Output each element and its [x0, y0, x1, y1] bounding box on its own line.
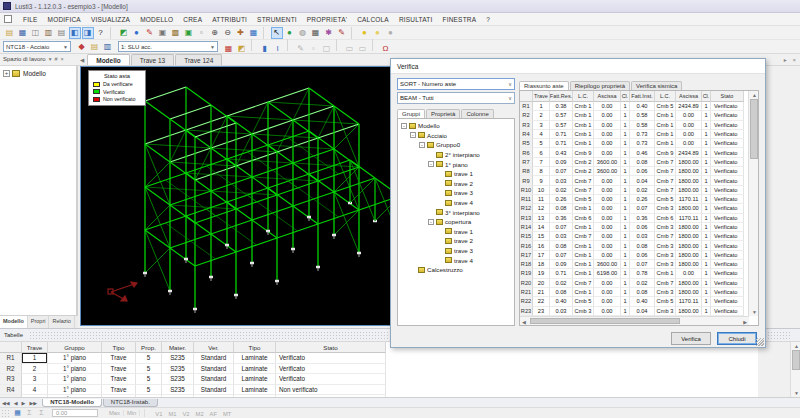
vertical-scrollbar[interactable]: ▲ ▼: [790, 342, 800, 397]
next-sheet-icon[interactable]: ▶: [20, 400, 28, 406]
prev-sheet-icon[interactable]: ◀: [12, 400, 20, 406]
scrollbar-thumb[interactable]: [792, 350, 800, 370]
verify-button[interactable]: Verifica: [671, 332, 711, 345]
menu-item-file[interactable]: FILE: [18, 14, 43, 25]
expand-icon[interactable]: +: [3, 70, 10, 77]
table-row[interactable]: R18180.09Cmb 13600.0010.07Cmb 31800.001V…: [520, 260, 749, 269]
table-row[interactable]: R23230.03Cmb 30.0010.04Cmb 31800.001Veri…: [520, 307, 749, 316]
table-row[interactable]: R880.07Cmb 23600.0010.06Cmb 71800.001Ver…: [520, 167, 749, 176]
table-row[interactable]: R550.71Cmb 10.0010.73Cmb 10.001Verificat…: [520, 139, 749, 148]
scroll-down-icon[interactable]: ▼: [752, 309, 757, 315]
erase-disabled-icon[interactable]: ▫: [308, 42, 320, 54]
workspace-tree-item-modello[interactable]: + Modello: [0, 66, 76, 77]
tab-scroll-right-icon[interactable]: ▸: [784, 57, 787, 63]
view-table-icon[interactable]: ▦: [248, 27, 260, 39]
frame2-disabled-icon[interactable]: ▭: [357, 42, 369, 54]
open-icon[interactable]: ▤: [4, 27, 16, 39]
pan-view-icon[interactable]: ✚: [235, 27, 247, 39]
expand-icon[interactable]: -: [428, 161, 434, 167]
scroll-left-icon[interactable]: ◀: [522, 319, 526, 325]
doc-tab-trave-13[interactable]: Trave 13: [131, 54, 174, 65]
select-arrow-icon[interactable]: ↖: [271, 27, 283, 39]
tree-item-trave-1[interactable]: trave 1: [398, 169, 514, 179]
menu-item-modello[interactable]: MODELLO: [135, 14, 178, 25]
tree-item-trave-2[interactable]: trave 2: [398, 236, 514, 246]
panel-tab-propri[interactable]: Propri: [28, 316, 50, 328]
load-case-combo[interactable]: 1: SLU acc. ▼: [118, 41, 218, 52]
light-on-icon[interactable]: ●: [359, 27, 371, 39]
panel-tab-modello[interactable]: Modello: [0, 316, 28, 328]
button-min[interactable]: Min: [124, 410, 140, 416]
tab-riepilogo-propriet[interactable]: Riepilogo proprietà: [570, 81, 630, 90]
mesh-grid-icon[interactable]: ▦: [310, 27, 322, 39]
combination-edit-icon[interactable]: ◩: [236, 42, 248, 54]
menu-item-finestra[interactable]: FINESTRA: [437, 14, 481, 25]
menu-item-calcola[interactable]: CALCOLA: [352, 14, 394, 25]
tree-item-trave-4[interactable]: trave 4: [398, 198, 514, 208]
zoom-extents-icon[interactable]: ▣: [183, 27, 195, 39]
tab-close-icon[interactable]: ×: [792, 57, 796, 63]
table-row[interactable]: R19190.71Cmb 16198.0010.78Cmb 10.001Veri…: [520, 269, 749, 278]
menu-item-risultati[interactable]: RISULTATI: [394, 14, 438, 25]
sheet-tab-ntc18-instab[interactable]: NTC18-Instab.: [103, 399, 158, 407]
scroll-right-icon[interactable]: ▶: [743, 319, 747, 325]
table-row[interactable]: R770.09Cmb 23600.0010.08Cmb 71800.001Ver…: [520, 158, 749, 167]
toggle-af[interactable]: AF: [210, 411, 217, 417]
dynamic-omega-icon[interactable]: Ω: [380, 42, 392, 54]
zoom-reduce-icon[interactable]: ▫: [196, 27, 208, 39]
value-field[interactable]: 0.00: [52, 409, 98, 417]
selection-grid-icon[interactable]: ▣: [157, 27, 169, 39]
tree-item-3-interpiano[interactable]: 3° interpiano: [398, 207, 514, 217]
menu-item-help[interactable]: ?: [481, 14, 495, 25]
tab-riassunto-aste[interactable]: Riassunto aste: [519, 81, 569, 90]
toggle-m1[interactable]: M1: [168, 411, 176, 417]
check-model-icon[interactable]: ◆: [76, 41, 88, 53]
tree-item-1-piano[interactable]: -1° piano: [398, 159, 514, 169]
table-row[interactable]: R990.03Cmb 70.0010.04Cmb 71800.001Verifi…: [520, 176, 749, 185]
window-split-icon[interactable]: ◧: [69, 27, 81, 39]
toggle-mt[interactable]: MT: [223, 411, 231, 417]
materials-library-icon[interactable]: ▤: [89, 41, 101, 53]
tab-propriet[interactable]: Proprietà: [426, 109, 460, 118]
resize-grip[interactable]: [756, 338, 764, 346]
panel-tab-relazio[interactable]: Relazio: [49, 316, 74, 328]
sort-combo[interactable]: SORT - Numero aste ∨: [397, 78, 515, 90]
tab-gruppi[interactable]: Gruppi: [397, 109, 425, 118]
render-globe-icon[interactable]: ●: [131, 27, 143, 39]
table-row[interactable]: R20200.02Cmb 70.0010.02Cmb 71800.001Veri…: [520, 279, 749, 288]
button-max[interactable]: Max: [106, 410, 124, 416]
tab-colonne[interactable]: Colonne: [461, 109, 493, 118]
toggle-v1[interactable]: V1: [155, 411, 162, 417]
tab-verifica-sismica[interactable]: Verifica sismica: [631, 81, 682, 90]
scroll-up-icon[interactable]: ▲: [752, 92, 757, 98]
expand-icon[interactable]: -: [428, 219, 434, 225]
menu-item-attributi[interactable]: ATTRIBUTI: [207, 14, 252, 25]
model-display-icon[interactable]: ◍: [297, 27, 309, 39]
tree-item-trave-3[interactable]: trave 3: [398, 188, 514, 198]
close-icon[interactable]: ×: [61, 56, 64, 62]
tree-item-calcestruzzo[interactable]: Calcestruzzo: [398, 265, 514, 275]
scroll-down-icon[interactable]: ▼: [794, 390, 799, 396]
print-preview-icon[interactable]: ▥: [43, 27, 55, 39]
selection-area-icon[interactable]: ▩: [170, 27, 182, 39]
table-row[interactable]: R22220.40Cmb 50.0010.40Cmb 51170.111Veri…: [520, 297, 749, 306]
expand-icon[interactable]: -: [401, 123, 407, 129]
tree-item-gruppo0[interactable]: -Gruppo0: [398, 140, 514, 150]
tab-scroll-left-icon[interactable]: ◀: [80, 57, 84, 63]
material-code-combo[interactable]: NTC18 - Acciaio ▼: [3, 41, 71, 52]
vertical-scrollbar[interactable]: ▲ ▼: [748, 91, 758, 316]
dialog-title-bar[interactable]: Verifica: [391, 59, 765, 74]
max-envelope-icon[interactable]: Σ: [36, 408, 47, 417]
menu-item-visualizza[interactable]: VISUALIZZA: [86, 14, 135, 25]
doc-tab-trave-124[interactable]: Trave 124: [175, 54, 222, 65]
beam-section-icon[interactable]: I: [272, 42, 284, 54]
tree-item-trave-2[interactable]: trave 2: [398, 179, 514, 189]
table-row[interactable]: R660.43Cmb 90.0010.46Cmb 92434.891Verifi…: [520, 148, 749, 157]
tree-item-acciaio[interactable]: -Acciaio: [398, 131, 514, 141]
table-row[interactable]: R330.57Cmb 10.0010.58Cmb 10.001Verificat…: [520, 121, 749, 130]
scroll-up-icon[interactable]: ▲: [794, 343, 799, 349]
horizontal-scrollbar[interactable]: ◀ ▶: [520, 316, 749, 325]
table-row[interactable]: R17170.07Cmb 10.0010.06Cmb 31800.001Veri…: [520, 251, 749, 260]
render-solid-icon[interactable]: ◩: [118, 27, 130, 39]
expand-icon[interactable]: -: [419, 142, 425, 148]
